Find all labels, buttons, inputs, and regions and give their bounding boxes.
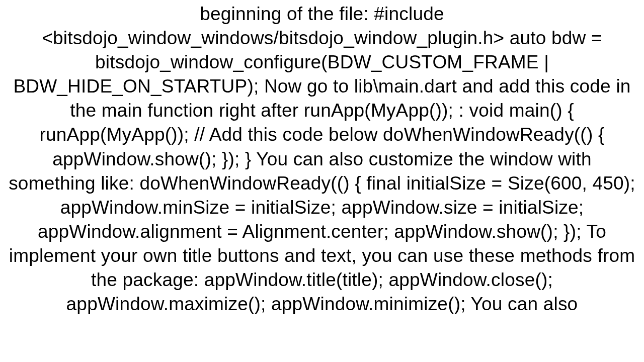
document-body: beginning of the file: #include <bitsdoj… bbox=[0, 0, 644, 316]
